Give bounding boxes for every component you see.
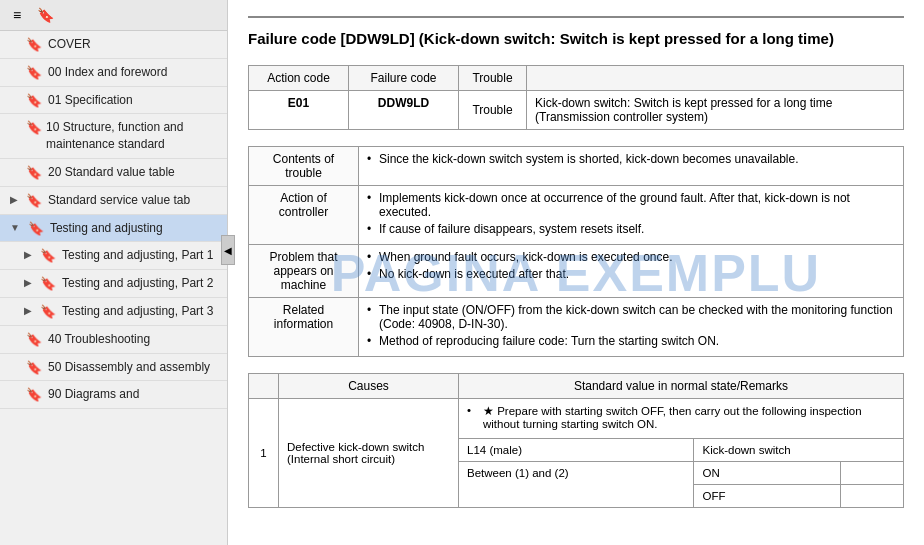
- no-arrow: [10, 66, 18, 77]
- related-value: The input state (ON/OFF) from the kick-d…: [359, 298, 904, 357]
- causes-header: Causes: [279, 374, 459, 399]
- sidebar-item-label: 20 Standard value table: [48, 164, 175, 181]
- sidebar-item-spec[interactable]: 🔖 01 Specification: [0, 87, 227, 115]
- action-item-2: If cause of failure disappears, system r…: [367, 222, 895, 236]
- prepare-text: ★ Prepare with starting switch OFF, then…: [459, 399, 904, 439]
- sidebar-item-label: 50 Disassembly and assembly: [48, 359, 210, 376]
- sidebar-item-label: Standard service value tab: [48, 192, 190, 209]
- row-number: 1: [249, 399, 279, 508]
- sidebar-item-standard[interactable]: 🔖 20 Standard value table: [0, 159, 227, 187]
- causes-table: Causes Standard value in normal state/Re…: [248, 373, 904, 508]
- no-arrow: [10, 121, 18, 132]
- no-arrow: [10, 38, 18, 49]
- main-content: PAGINA EXEMPLU Failure code [DDW9LD] (Ki…: [228, 0, 924, 545]
- no-arrow: [10, 388, 18, 399]
- sidebar-item-cover[interactable]: 🔖 COVER: [0, 31, 227, 59]
- sidebar-item-service[interactable]: ▶ 🔖 Standard service value tab: [0, 187, 227, 215]
- contents-label: Contents of trouble: [249, 147, 359, 186]
- no-arrow: [10, 94, 18, 105]
- bookmark-icon: 🔖: [26, 165, 42, 180]
- sidebar-item-label: Testing and adjusting, Part 3: [62, 303, 213, 320]
- trouble-cell: Trouble: [459, 91, 527, 130]
- no-arrow: [10, 333, 18, 344]
- contents-item: Since the kick-down switch system is sho…: [367, 152, 895, 166]
- prepare-item: ★ Prepare with starting switch OFF, then…: [467, 404, 895, 430]
- expand-arrow[interactable]: ▶: [24, 277, 32, 288]
- sidebar-item-index[interactable]: 🔖 00 Index and foreword: [0, 59, 227, 87]
- bookmark-icon: 🔖: [40, 304, 56, 319]
- sidebar-item-troubleshooting[interactable]: 🔖 40 Troubleshooting: [0, 326, 227, 354]
- sidebar-item-testing[interactable]: ▼ 🔖 Testing and adjusting: [0, 215, 227, 243]
- related-item-1: The input state (ON/OFF) from the kick-d…: [367, 303, 895, 331]
- sidebar-item-label: 90 Diagrams and: [48, 386, 139, 403]
- trouble-header: Trouble: [459, 66, 527, 91]
- no-arrow: [10, 166, 18, 177]
- bookmark-icon: 🔖: [28, 221, 44, 236]
- sidebar: ≡ 🔖 🔖 COVER 🔖 00 Index and foreword 🔖 01…: [0, 0, 228, 545]
- menu-icon[interactable]: ≡: [6, 4, 28, 26]
- contents-value: Since the kick-down switch system is sho…: [359, 147, 904, 186]
- action-list: Implements kick-down once at occurrence …: [367, 191, 895, 236]
- no-arrow: [10, 361, 18, 372]
- sidebar-item-testing2[interactable]: ▶ 🔖 Testing and adjusting, Part 2: [0, 270, 227, 298]
- problem-list: When ground fault occurs, kick-down is e…: [367, 250, 895, 281]
- problem-value: When ground fault occurs, kick-down is e…: [359, 245, 904, 298]
- sidebar-item-testing3[interactable]: ▶ 🔖 Testing and adjusting, Part 3: [0, 298, 227, 326]
- action-code-header: Action code: [249, 66, 349, 91]
- expand-arrow[interactable]: ▶: [24, 305, 32, 316]
- trouble-desc-header: [527, 66, 904, 91]
- sidebar-item-structure[interactable]: 🔖 10 Structure, function and maintenance…: [0, 114, 227, 159]
- bookmark-icon: 🔖: [26, 360, 42, 375]
- expand-arrow[interactable]: ▶: [24, 249, 32, 260]
- standard-header: Standard value in normal state/Remarks: [459, 374, 904, 399]
- cause-label: Defective kick-down switch (Internal sho…: [279, 399, 459, 508]
- related-list: The input state (ON/OFF) from the kick-d…: [367, 303, 895, 348]
- related-label: Related information: [249, 298, 359, 357]
- between-label: Between (1) and (2): [459, 462, 694, 508]
- sidebar-collapse-button[interactable]: ◀: [221, 235, 235, 265]
- bookmark-icon: 🔖: [26, 120, 40, 135]
- sidebar-item-label: Testing and adjusting, Part 2: [62, 275, 213, 292]
- sidebar-item-label: 10 Structure, function and maintenance s…: [46, 119, 219, 153]
- expand-arrow[interactable]: ▶: [10, 194, 18, 205]
- page-title: Failure code [DDW9LD] (Kick-down switch:…: [248, 28, 904, 49]
- details-table: Contents of trouble Since the kick-down …: [248, 146, 904, 357]
- on-value: [841, 462, 904, 485]
- sidebar-item-label: Testing and adjusting, Part 1: [62, 247, 213, 264]
- top-divider: [248, 16, 904, 18]
- off-label: OFF: [694, 485, 841, 508]
- off-value: [841, 485, 904, 508]
- sidebar-item-label: 01 Specification: [48, 92, 133, 109]
- action-value: Implements kick-down once at occurrence …: [359, 186, 904, 245]
- l14-label: L14 (male): [459, 439, 694, 462]
- sidebar-item-label: COVER: [48, 36, 91, 53]
- expand-arrow[interactable]: ▼: [10, 222, 20, 233]
- bookmark-icon: 🔖: [26, 193, 42, 208]
- prepare-list: ★ Prepare with starting switch OFF, then…: [467, 404, 895, 430]
- bookmark-icon: 🔖: [40, 276, 56, 291]
- trouble-description: Kick-down switch: Switch is kept pressed…: [527, 91, 904, 130]
- sidebar-item-label: 40 Troubleshooting: [48, 331, 150, 348]
- bookmark-icon: 🔖: [26, 332, 42, 347]
- problem-item-2: No kick-down is executed after that.: [367, 267, 895, 281]
- contents-list: Since the kick-down switch system is sho…: [367, 152, 895, 166]
- related-item-2: Method of reproducing failure code: Turn…: [367, 334, 895, 348]
- failure-code-table: Action code Failure code Trouble E01 DDW…: [248, 65, 904, 130]
- bookmark-icon: 🔖: [26, 93, 42, 108]
- sidebar-item-label: Testing and adjusting: [50, 220, 163, 237]
- failure-code-value: DDW9LD: [349, 91, 459, 130]
- action-label: Action of controller: [249, 186, 359, 245]
- bookmark-icon: 🔖: [26, 65, 42, 80]
- action-code-value: E01: [249, 91, 349, 130]
- on-label: ON: [694, 462, 841, 485]
- bookmark-icon: 🔖: [26, 387, 42, 402]
- bookmark-icon: 🔖: [40, 248, 56, 263]
- bookmark-toolbar-icon[interactable]: 🔖: [34, 4, 56, 26]
- sidebar-item-disassembly[interactable]: 🔖 50 Disassembly and assembly: [0, 354, 227, 382]
- sidebar-item-testing1[interactable]: ▶ 🔖 Testing and adjusting, Part 1: [0, 242, 227, 270]
- bookmark-icon: 🔖: [26, 37, 42, 52]
- sidebar-item-label: 00 Index and foreword: [48, 64, 167, 81]
- problem-item-1: When ground fault occurs, kick-down is e…: [367, 250, 895, 264]
- sidebar-item-diagrams[interactable]: 🔖 90 Diagrams and: [0, 381, 227, 409]
- kickdown-label: Kick-down switch: [694, 439, 904, 462]
